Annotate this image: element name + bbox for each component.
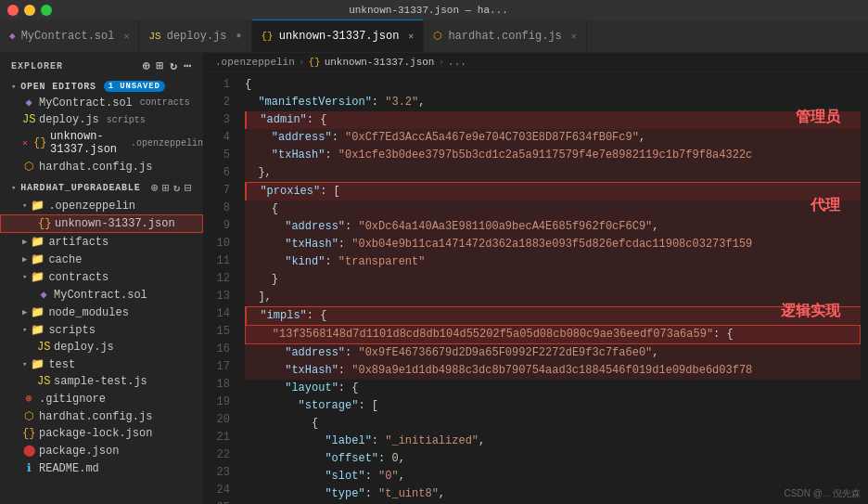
code-line-24: "type": "t_uint8", [245, 485, 861, 503]
project-label: HARDHAT_UPGRADEABLE [20, 183, 140, 193]
new-folder-icon[interactable]: ⊞ [162, 181, 170, 195]
folder-icon: 📁 [31, 357, 45, 371]
refresh-icon[interactable]: ↻ [170, 58, 178, 73]
code-line-12: } [245, 271, 861, 289]
tab-close-icon[interactable]: ✕ [408, 31, 414, 42]
hh-icon: ⬡ [22, 409, 35, 423]
minimize-button[interactable] [24, 5, 35, 16]
js-icon: JS [37, 375, 50, 388]
folder-name: cache [48, 253, 82, 266]
folder-cache[interactable]: ▶ 📁 cache [0, 251, 203, 268]
folder-scripts[interactable]: ▾ 📁 scripts [0, 321, 203, 339]
json-icon: {} [38, 217, 51, 230]
tab-close-icon[interactable]: ✕ [571, 31, 577, 42]
breadcrumb-sep: › [438, 57, 444, 68]
line-numbers: 123456 789101112 131415161718 1920212223… [204, 72, 237, 504]
code-line-10: "txHash": "0xb04e9b11ca1471472d362a1883e… [245, 236, 861, 253]
tab-label: deploy.js [167, 30, 227, 43]
git-icon: ⊛ [22, 392, 35, 406]
new-file-icon[interactable]: ⊕ [143, 58, 151, 73]
file-package-lock[interactable]: {} package-lock.json [0, 425, 203, 442]
file-tag: .openzeppelin [131, 138, 203, 149]
file-package-json[interactable]: ⬤ package.json [0, 442, 203, 459]
file-sample-test[interactable]: JS sample-test.js [0, 373, 203, 390]
code-line-15: "13f3568148d7d1101d8cd8db104d55202f5a05d… [245, 325, 861, 344]
code-line-21: "label": "_initialized", [245, 433, 861, 450]
folder-artifacts[interactable]: ▶ 📁 artifacts [0, 233, 203, 251]
sidebar: EXPLORER ⊕ ⊞ ↻ ⋯ ▾ OPEN EDITORS 1 UNSAVE… [0, 53, 204, 504]
tab-label: unknown-31337.json [279, 30, 400, 43]
arrow-icon: ▾ [22, 359, 27, 369]
filename: deploy.js [39, 113, 99, 126]
open-file-unknown-json[interactable]: ✕ {} unknown-31337.json .openzeppelin [0, 128, 203, 158]
open-file-mycontract[interactable]: ◆ MyContract.sol contracts [0, 94, 203, 111]
section-icons[interactable]: ⊕ ⊞ ↻ ⊟ [151, 181, 192, 195]
code-line-3: "admin": { [245, 111, 861, 129]
tab-close-icon[interactable]: ● [236, 31, 242, 41]
collapse-all-icon[interactable]: ⊟ [185, 181, 192, 195]
arrow-icon: ▾ [11, 183, 17, 193]
collapse-icon[interactable]: ⋯ [184, 58, 192, 73]
arrow-icon: ▾ [22, 272, 27, 282]
window-controls[interactable] [7, 5, 52, 16]
code-line-2: "manifestVersion": "3.2", [245, 94, 861, 111]
tab-bar: ◆ MyContract.sol ✕ JS deploy.js ● {} unk… [0, 20, 868, 53]
code-line-20: { [245, 415, 861, 433]
new-file-icon[interactable]: ⊕ [151, 181, 159, 195]
tab-deploy[interactable]: JS deploy.js ● [139, 19, 251, 52]
code-line-19: "storage": [ [245, 397, 861, 415]
refresh-icon[interactable]: ↻ [173, 181, 181, 195]
close-button[interactable] [7, 5, 19, 16]
open-file-hardhat-config[interactable]: ⬡ hardhat.config.js [0, 158, 203, 175]
tab-label: MyContract.sol [21, 30, 115, 43]
tab-unknown-json[interactable]: {} unknown-31337.json ✕ [252, 19, 425, 52]
folder-contracts[interactable]: ▾ 📁 contracts [0, 268, 203, 286]
folder-test[interactable]: ▾ 📁 test [0, 355, 203, 373]
code-wrapper[interactable]: { "manifestVersion": "3.2", "admin": { "… [237, 72, 868, 504]
js-icon: JS [37, 341, 50, 354]
sol-icon: ◆ [22, 96, 35, 110]
breadcrumb-current: unknown-31337.json [325, 57, 435, 68]
maximize-button[interactable] [41, 5, 52, 16]
open-file-deploy[interactable]: JS deploy.js scripts [0, 111, 203, 128]
tab-hardhat-config[interactable]: ⬡ hardhat.config.js ✕ [424, 19, 586, 52]
tab-mycontract[interactable]: ◆ MyContract.sol ✕ [0, 19, 139, 52]
file-gitignore[interactable]: ⊛ .gitignore [0, 390, 203, 407]
tab-close-icon[interactable]: ✕ [123, 31, 129, 42]
file-tag: contracts [140, 97, 190, 108]
filename: .gitignore [39, 393, 106, 406]
watermark: CSDN @... 倪先森 [785, 487, 861, 500]
code-line-13: ], [245, 289, 861, 307]
filename: README.md [39, 462, 99, 475]
code-content[interactable]: { "manifestVersion": "3.2", "admin": { "… [237, 72, 868, 504]
filename: sample-test.js [54, 375, 147, 388]
json-icon: {} [262, 31, 274, 42]
file-hardhat-config[interactable]: ⬡ hardhat.config.js [0, 407, 203, 425]
json-icon-small: {} [308, 57, 320, 68]
filename: MyContract.sol [54, 289, 147, 302]
open-editors-section[interactable]: ▾ OPEN EDITORS 1 UNSAVED [0, 79, 203, 94]
file-mycontract[interactable]: ◆ MyContract.sol [0, 286, 203, 304]
folder-openzeppelin[interactable]: ▾ 📁 .openzeppelin [0, 197, 203, 214]
sidebar-title: EXPLORER [11, 61, 63, 71]
file-deploy-js[interactable]: JS deploy.js [0, 339, 203, 355]
title-bar: unknown-31337.json — ha... [0, 0, 868, 20]
npm-icon: ⬤ [22, 444, 35, 458]
project-section[interactable]: ▾ HARDHAT_UPGRADEABLE ⊕ ⊞ ↻ ⊟ [0, 179, 203, 197]
folder-name: test [48, 358, 75, 371]
file-readme[interactable]: ℹ README.md [0, 459, 203, 477]
arrow-icon: ▶ [22, 237, 27, 247]
code-line-14: "impls": { [245, 307, 861, 325]
filename: hardhat.config.js [39, 410, 152, 423]
file-unknown-json[interactable]: {} unknown-31337.json [0, 214, 203, 233]
folder-icon: 📁 [31, 305, 45, 319]
folder-node-modules[interactable]: ▶ 📁 node_modules [0, 304, 203, 321]
code-line-18: "layout": { [245, 380, 861, 397]
json-icon: {} [33, 136, 46, 149]
close-icon: ✕ [22, 137, 28, 149]
breadcrumb-sep: › [299, 57, 305, 68]
code-line-4: "address": "0xCf7Ed3AccA5a467e9e704C703E… [245, 129, 861, 147]
new-folder-icon[interactable]: ⊞ [157, 58, 165, 73]
open-editors-label: OPEN EDITORS [20, 82, 96, 92]
sidebar-header-icons[interactable]: ⊕ ⊞ ↻ ⋯ [143, 58, 192, 73]
